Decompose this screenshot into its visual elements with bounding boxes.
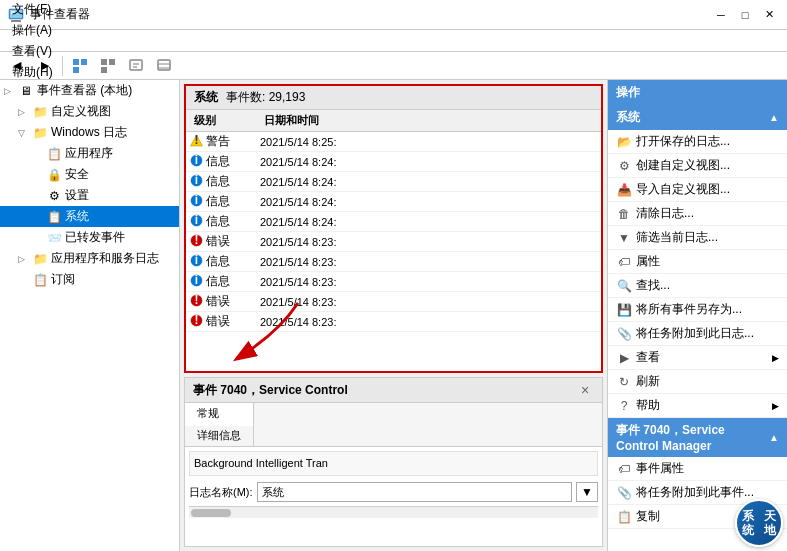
event-row[interactable]: !错误2021/5/14 8:23: [186, 232, 601, 252]
sidebar-item-app[interactable]: 📋应用程序 [0, 143, 179, 164]
event-row[interactable]: !错误2021/5/14 8:23: [186, 292, 601, 312]
event-level-icon: i [190, 154, 203, 170]
action-item-属性[interactable]: 🏷属性 [608, 250, 787, 274]
action-item-icon: 📂 [616, 134, 632, 150]
log-name-input[interactable] [257, 482, 572, 502]
tree-icon-app: 📋 [46, 146, 62, 162]
event-row[interactable]: i信息2021/5/14 8:23: [186, 272, 601, 292]
event-row[interactable]: i信息2021/5/14 8:23: [186, 252, 601, 272]
sidebar-item-subscriptions[interactable]: 📋订阅 [0, 269, 179, 290]
sidebar-item-security[interactable]: 🔒安全 [0, 164, 179, 185]
sidebar-item-custom-views[interactable]: ▷📁自定义视图 [0, 101, 179, 122]
event-level-cell: i信息 [190, 213, 260, 230]
action-section-header-系统[interactable]: 系统▲ [608, 105, 787, 130]
detail-tab-常规[interactable]: 常规 [185, 403, 254, 426]
maximize-button[interactable]: □ [735, 6, 755, 24]
action-item-打开保存的日志...[interactable]: 📂打开保存的日志... [608, 130, 787, 154]
tree-label-windows-log: Windows 日志 [51, 124, 127, 141]
action-panel-title: 操作 [616, 84, 640, 101]
detail-scrollbar[interactable] [189, 506, 598, 518]
menu-item-文件(F)[interactable]: 文件(F) [4, 0, 61, 20]
detail-tab-详细信息[interactable]: 详细信息 [185, 425, 254, 446]
sidebar-item-app-service[interactable]: ▷📁应用程序和服务日志 [0, 248, 179, 269]
detail-close-button[interactable]: × [576, 381, 594, 399]
main-layout: ▷🖥事件查看器 (本地)▷📁自定义视图▽📁Windows 日志📋应用程序🔒安全⚙… [0, 80, 787, 551]
action-item-查找...[interactable]: 🔍查找... [608, 274, 787, 298]
pane-count: 事件数: 29,193 [226, 89, 305, 106]
event-datetime-cell: 2021/5/14 8:24: [260, 176, 597, 188]
event-level-cell: !错误 [190, 293, 260, 310]
event-level-icon: i [190, 274, 203, 290]
action-item-清除日志...[interactable]: 🗑清除日志... [608, 202, 787, 226]
event-row[interactable]: i信息2021/5/14 8:24: [186, 192, 601, 212]
action-item-label: 属性 [636, 253, 660, 270]
close-button[interactable]: ✕ [759, 6, 779, 24]
action-item-label: 查看 [636, 349, 660, 366]
top-pane: 系统 事件数: 29,193 级别 日期和时间 !警告2021/5/14 8:2… [184, 84, 603, 373]
sidebar-item-setup[interactable]: ⚙设置 [0, 185, 179, 206]
toolbar-sep1 [62, 56, 63, 76]
event-row[interactable]: i信息2021/5/14 8:24: [186, 212, 601, 232]
event-rows-container: !警告2021/5/14 8:25:i信息2021/5/14 8:24:i信息2… [186, 132, 601, 332]
event-level-cell: !警告 [190, 133, 260, 150]
sidebar-item-windows-log[interactable]: ▽📁Windows 日志 [0, 122, 179, 143]
event-row[interactable]: !错误2021/5/14 8:23: [186, 312, 601, 332]
svg-text:!: ! [195, 134, 199, 147]
action-item-筛选当前日志...[interactable]: ▼筛选当前日志... [608, 226, 787, 250]
action-item-label: 将任务附加到此日志... [636, 325, 754, 342]
action-item-label: 打开保存的日志... [636, 133, 730, 150]
toolbar-btn3[interactable] [123, 55, 149, 77]
action-item-label: 筛选当前日志... [636, 229, 718, 246]
event-row[interactable]: !警告2021/5/14 8:25: [186, 132, 601, 152]
tree-icon-system: 📋 [46, 209, 62, 225]
action-submenu-arrow: ▶ [772, 401, 779, 411]
tree-icon-app-service: 📁 [32, 251, 48, 267]
event-level-cell: i信息 [190, 173, 260, 190]
action-item-事件属性[interactable]: 🏷事件属性 [608, 457, 787, 481]
tree-label-subscriptions: 订阅 [51, 271, 75, 288]
svg-rect-6 [73, 67, 79, 73]
toolbar-btn2[interactable] [95, 55, 121, 77]
toolbar-back[interactable]: ◀ [4, 55, 30, 77]
event-list[interactable]: 级别 日期和时间 !警告2021/5/14 8:25:i信息2021/5/14 … [186, 110, 601, 371]
toolbar-btn1[interactable] [67, 55, 93, 77]
action-item-刷新[interactable]: ↻刷新 [608, 370, 787, 394]
event-row[interactable]: i信息2021/5/14 8:24: [186, 172, 601, 192]
detail-tabs: 常规详细信息 [185, 403, 602, 447]
sidebar-item-root[interactable]: ▷🖥事件查看器 (本地) [0, 80, 179, 101]
sidebar-item-system[interactable]: 📋系统 [0, 206, 179, 227]
action-item-将所有事件另存为...[interactable]: 💾将所有事件另存为... [608, 298, 787, 322]
tree-arrow-windows-log: ▽ [18, 128, 32, 138]
event-level-cell: i信息 [190, 193, 260, 210]
event-datetime-cell: 2021/5/14 8:25: [260, 136, 597, 148]
event-row[interactable]: i信息2021/5/14 8:24: [186, 152, 601, 172]
svg-text:i: i [195, 194, 198, 207]
event-level-cell: !错误 [190, 233, 260, 250]
sidebar-item-forwarded[interactable]: 📨已转发事件 [0, 227, 179, 248]
log-name-dropdown[interactable]: ▼ [576, 482, 598, 502]
action-item-label: 导入自定义视图... [636, 181, 730, 198]
action-item-创建自定义视图...[interactable]: ⚙创建自定义视图... [608, 154, 787, 178]
tree-icon-windows-log: 📁 [32, 125, 48, 141]
svg-text:i: i [195, 274, 198, 287]
action-item-查看[interactable]: ▶查看▶ [608, 346, 787, 370]
minimize-button[interactable]: ─ [711, 6, 731, 24]
pane-title: 系统 [194, 89, 218, 106]
event-datetime-cell: 2021/5/14 8:23: [260, 276, 597, 288]
menu-item-操作(A)[interactable]: 操作(A) [4, 20, 61, 41]
col-header-datetime: 日期和时间 [260, 112, 597, 129]
svg-text:i: i [195, 254, 198, 267]
title-bar: 事件查看器 ─ □ ✕ [0, 0, 787, 30]
action-item-导入自定义视图...[interactable]: 📥导入自定义视图... [608, 178, 787, 202]
detail-title: 事件 7040，Service Control [193, 382, 348, 399]
tree-icon-setup: ⚙ [46, 188, 62, 204]
action-item-帮助[interactable]: ?帮助▶ [608, 394, 787, 418]
action-section-header-事件 7040，Service Control Manager[interactable]: 事件 7040，Service Control Manager▲ [608, 418, 787, 457]
action-item-icon: 💾 [616, 302, 632, 318]
toolbar-forward[interactable]: ▶ [32, 55, 58, 77]
action-item-label: 查找... [636, 277, 670, 294]
action-section-collapse: ▲ [769, 112, 779, 123]
toolbar-btn4[interactable] [151, 55, 177, 77]
event-level-text: 警告 [206, 133, 230, 150]
action-item-将任务附加到此日志...[interactable]: 📎将任务附加到此日志... [608, 322, 787, 346]
